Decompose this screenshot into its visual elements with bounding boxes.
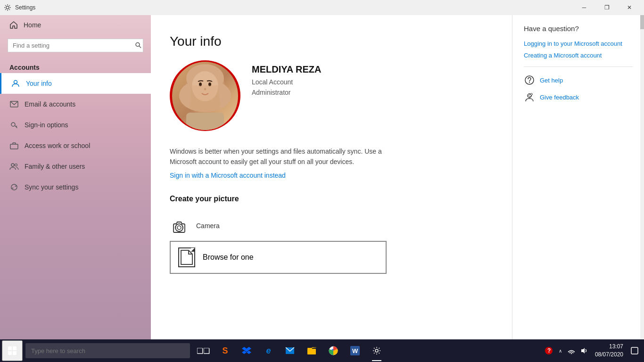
help-link-create[interactable]: Creating a Microsoft account	[524, 52, 633, 59]
get-help-link[interactable]: Get help	[540, 77, 563, 84]
main-content: Your info	[151, 15, 512, 339]
help-divider	[524, 66, 633, 67]
taskbar-task-view[interactable]: ❑❑	[193, 340, 214, 361]
taskbar-chrome[interactable]	[323, 340, 344, 361]
taskbar-dropbox[interactable]	[236, 340, 257, 361]
svg-point-21	[528, 94, 531, 98]
sidebar-item-your-info[interactable]: Your info	[0, 73, 151, 94]
browse-option[interactable]: Browse for one	[170, 241, 387, 274]
title-bar-controls: ─ ❐ ✕	[573, 0, 640, 15]
svg-marker-42	[581, 348, 585, 354]
svg-point-20	[529, 82, 530, 83]
create-picture-heading: Create your picture	[170, 195, 493, 203]
avatar	[172, 62, 238, 130]
camera-icon	[170, 216, 189, 235]
app-body: Home Accounts Your info	[0, 15, 644, 339]
clock-date: 08/07/2020	[595, 351, 623, 359]
mail-icon	[285, 347, 295, 354]
sync-info-text: Windows is better when your settings and…	[170, 146, 405, 167]
section-label: Accounts	[0, 56, 151, 73]
sidebar-item-label-signin: Sign-in options	[25, 121, 68, 129]
home-icon	[9, 21, 18, 29]
svg-point-38	[375, 349, 378, 352]
file-explorer-icon	[307, 346, 316, 355]
dropbox-icon	[242, 346, 251, 355]
avatar-container	[170, 60, 240, 131]
tray-network[interactable]	[566, 347, 577, 354]
time-display[interactable]: 13:07 08/07/2020	[591, 343, 627, 359]
sidebar-item-email-accounts[interactable]: Email & accounts	[0, 94, 151, 115]
svg-text:?: ?	[547, 347, 551, 354]
svg-point-17	[175, 224, 183, 231]
svg-point-41	[570, 353, 572, 354]
steelseries-icon: S	[222, 346, 228, 356]
home-label: Home	[24, 21, 41, 29]
maximize-button[interactable]: ❐	[596, 0, 618, 15]
sidebar-item-access-work[interactable]: Access work or school	[0, 135, 151, 156]
sidebar-item-family[interactable]: Family & other users	[0, 156, 151, 177]
help-circle-icon: ?	[545, 346, 553, 355]
give-feedback-action[interactable]: Give feedback	[524, 91, 633, 103]
svg-rect-16	[186, 113, 224, 130]
taskbar-settings[interactable]	[366, 340, 387, 361]
clock-time: 13:07	[595, 343, 623, 351]
user-role: Administrator	[252, 87, 321, 98]
scrollbar-thumb[interactable]	[640, 15, 644, 29]
taskbar-file-explorer[interactable]	[301, 340, 322, 361]
sidebar-item-sync[interactable]: Sync your settings	[0, 177, 151, 197]
tray-chevron[interactable]: ∧	[557, 348, 564, 354]
search-icon	[135, 41, 141, 48]
scrollbar[interactable]	[640, 15, 644, 339]
title-bar: Settings ─ ❐ ✕	[0, 0, 644, 15]
edge-icon: e	[266, 346, 271, 356]
minimize-button[interactable]: ─	[573, 0, 595, 15]
search-button[interactable]	[135, 41, 141, 49]
camera-option[interactable]: Camera	[170, 213, 493, 239]
camera-label: Camera	[196, 222, 220, 230]
briefcase-icon	[9, 141, 19, 150]
volume-icon	[581, 347, 587, 354]
svg-point-19	[525, 76, 534, 84]
user-name: MELDIYA REZA	[252, 64, 321, 75]
taskbar: ❑❑ S e	[0, 339, 644, 362]
task-view-icon: ❑❑	[197, 346, 210, 355]
get-help-action[interactable]: Get help	[524, 74, 633, 86]
taskbar-edge[interactable]: e	[258, 340, 279, 361]
search-input[interactable]	[8, 39, 143, 52]
close-button[interactable]: ✕	[619, 0, 640, 15]
signin-microsoft-link[interactable]: Sign in with a Microsoft account instead	[170, 172, 286, 179]
taskbar-mail[interactable]	[280, 340, 300, 361]
sidebar-home[interactable]: Home	[0, 15, 151, 35]
settings-taskbar-icon	[372, 346, 381, 355]
title-bar-left: Settings	[4, 4, 35, 11]
svg-rect-23	[13, 346, 17, 350]
sidebar-item-label-work: Access work or school	[25, 142, 90, 149]
taskbar-search-input[interactable]	[25, 343, 190, 358]
svg-rect-25	[13, 351, 17, 355]
help-link-login[interactable]: Logging in to your Microsoft account	[524, 40, 633, 47]
profile-section: MELDIYA REZA Local Account Administrator	[170, 60, 493, 131]
tray-notification[interactable]	[629, 347, 640, 354]
feedback-icon	[524, 91, 535, 103]
svg-rect-22	[8, 346, 12, 350]
account-type: Local Account	[252, 77, 321, 87]
help-bubble-icon	[524, 74, 535, 86]
svg-point-0	[6, 6, 9, 9]
page-title: Your info	[170, 34, 493, 49]
tray-question[interactable]: ?	[543, 346, 555, 355]
browse-file-icon	[178, 247, 195, 267]
start-button[interactable]	[2, 340, 23, 361]
sidebar-item-label-your-info: Your info	[26, 80, 52, 87]
sidebar-item-signin[interactable]: Sign-in options	[0, 115, 151, 135]
taskbar-word[interactable]: W	[345, 340, 365, 361]
give-feedback-link[interactable]: Give feedback	[540, 94, 579, 101]
taskbar-steelseries[interactable]: S	[215, 340, 235, 361]
tray-volume[interactable]	[579, 347, 589, 354]
right-panel: Have a question? Logging in to your Micr…	[512, 15, 644, 339]
svg-point-1	[136, 42, 140, 46]
svg-point-5	[11, 123, 15, 126]
svg-text:W: W	[352, 347, 358, 354]
start-icon	[8, 346, 17, 355]
svg-rect-33	[307, 348, 312, 349]
avatar-image	[172, 62, 238, 130]
